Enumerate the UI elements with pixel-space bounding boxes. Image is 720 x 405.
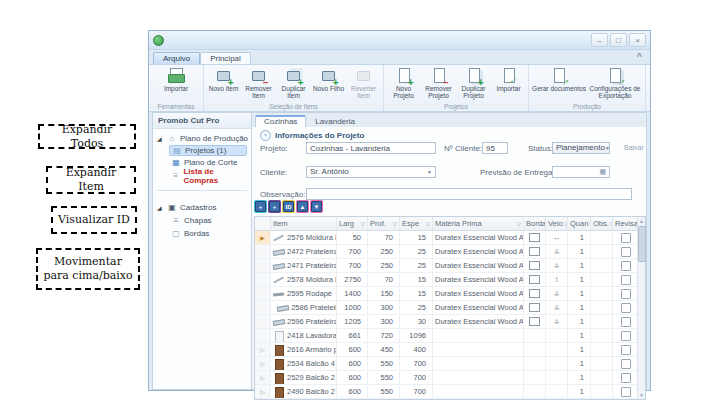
quan-cell[interactable]: 1 [568, 371, 591, 384]
quan-cell[interactable]: 1 [568, 343, 591, 356]
project-remove-button[interactable]: Remover Projeto [421, 66, 456, 102]
export-settings-button[interactable]: Configurações de Exportação [587, 66, 643, 102]
table-row[interactable]: 2471 Prateleira Linear70025025Duratex Es… [255, 259, 645, 273]
cliente-num-input[interactable]: 95 [482, 142, 508, 154]
quan-cell[interactable]: 1 [568, 385, 591, 398]
filter-icon[interactable]: ▽ [516, 221, 521, 227]
veio-cell[interactable]: ↔↕ [546, 245, 568, 258]
materia-prima-cell[interactable] [433, 343, 524, 356]
larg-cell[interactable]: 1205 [337, 315, 368, 328]
revisado-cell[interactable] [613, 287, 639, 300]
item-cell[interactable]: 2578 Moldura Linear [271, 273, 337, 286]
column-header-revisado[interactable]: Revisado▽ [613, 217, 639, 230]
obs-cell[interactable] [591, 245, 613, 258]
generate-documents-button[interactable]: Gerar documentos [531, 66, 587, 102]
tab-arquivo[interactable]: Arquivo [153, 52, 200, 64]
expand-item-button[interactable]: + [268, 200, 281, 213]
project-import-button[interactable]: Importar [491, 66, 526, 102]
revisado-cell[interactable] [613, 371, 639, 384]
prof-cell[interactable]: 720 [368, 329, 400, 342]
obs-cell[interactable] [591, 287, 613, 300]
materia-prima-cell[interactable]: Duratex Essencial Wood As [433, 273, 524, 286]
espe-cell[interactable]: 400 [400, 343, 433, 356]
observacao-input[interactable] [306, 188, 632, 200]
column-header-prof[interactable]: Prof.▽ [368, 217, 400, 230]
item-cell[interactable]: 2490 Balcão 2 Portas [271, 385, 337, 398]
borda-cell[interactable] [524, 357, 546, 370]
table-row[interactable]: 2578 Moldura Linear27507015Duratex Essen… [255, 273, 645, 287]
item-child-add-button[interactable]: Novo Filho [311, 66, 346, 102]
revisado-cell[interactable] [613, 259, 639, 272]
larg-cell[interactable]: 600 [337, 371, 368, 384]
veio-cell[interactable]: ↕ [546, 273, 568, 286]
ribbon-collapse-icon[interactable]: ^ [637, 51, 642, 61]
larg-cell[interactable]: 661 [337, 329, 368, 342]
status-side-label[interactable]: Baixar [624, 144, 644, 151]
item-cell[interactable]: 2595 Rodapé [271, 287, 337, 300]
revisado-cell[interactable] [613, 343, 639, 356]
title-bar[interactable]: – □ × [149, 31, 650, 50]
materia-prima-cell[interactable]: Duratex Essencial Wood As [433, 301, 524, 314]
borda-cell[interactable] [524, 343, 546, 356]
column-header-obs[interactable]: Obs.▽ [591, 217, 613, 230]
veio-cell[interactable]: ↔↕ [546, 259, 568, 272]
obs-cell[interactable] [591, 357, 613, 370]
expand-row-icon[interactable]: ▷ [260, 360, 265, 367]
prof-cell[interactable]: 70 [368, 273, 400, 286]
espe-cell[interactable]: 700 [400, 371, 433, 384]
table-row[interactable]: 2472 Prateleira Linear70025025Duratex Es… [255, 245, 645, 259]
move-up-button[interactable]: ▲ [296, 200, 309, 213]
quan-cell[interactable]: 1 [568, 287, 591, 300]
tree-expander-icon[interactable]: ◢ [157, 135, 164, 142]
tab-cozinhas[interactable]: Cozinhas [255, 115, 306, 127]
revisado-checkbox[interactable] [621, 359, 631, 369]
column-header-borda[interactable]: Borda [524, 217, 546, 230]
expand-row-icon[interactable]: ▷ [260, 374, 265, 381]
borda-cell[interactable] [524, 371, 546, 384]
project-duplicate-button[interactable]: Duplicar Projeto [456, 66, 491, 102]
column-header-larg[interactable]: Larg▽ [337, 217, 368, 230]
column-header-veio[interactable]: Veio▽ [546, 217, 568, 230]
table-row[interactable]: ▶2576 Moldura Linear507015Duratex Essenc… [255, 231, 645, 245]
quan-cell[interactable]: 1 [568, 315, 591, 328]
espe-cell[interactable]: 700 [400, 357, 433, 370]
obs-cell[interactable] [591, 301, 613, 314]
revisado-cell[interactable] [613, 301, 639, 314]
sidebar-item-shopping-list[interactable]: ≡Lista de Compras [169, 169, 247, 182]
maximize-button[interactable]: □ [610, 33, 627, 47]
column-header-espe[interactable]: Espe▽ [400, 217, 433, 230]
espe-cell[interactable]: 30 [400, 315, 433, 328]
table-row[interactable]: 2586 Prateleira Linear100030025Duratex E… [255, 301, 645, 315]
espe-cell[interactable]: 25 [400, 301, 433, 314]
revisado-checkbox[interactable] [621, 373, 631, 383]
borda-cell[interactable] [524, 245, 546, 258]
table-row[interactable]: ▷2490 Balcão 2 Portas6005507001 [255, 385, 645, 399]
item-cell[interactable]: 2529 Balcão 2 Portas [271, 371, 337, 384]
item-remove-button[interactable]: Remover Item [241, 66, 276, 102]
quan-cell[interactable]: 1 [568, 273, 591, 286]
expand-row-icon[interactable]: ▷ [260, 388, 265, 395]
item-duplicate-button[interactable]: Duplicar Item [276, 66, 311, 102]
prof-cell[interactable]: 550 [368, 357, 400, 370]
revisado-checkbox[interactable] [621, 289, 631, 299]
vertical-scrollbar[interactable]: ▲ ▼ [637, 217, 645, 399]
scrollbar-thumb[interactable] [638, 226, 646, 262]
obs-cell[interactable] [591, 329, 613, 342]
borda-cell[interactable] [524, 273, 546, 286]
espe-cell[interactable]: 25 [400, 259, 433, 272]
filter-icon[interactable]: ▽ [425, 221, 430, 227]
obs-cell[interactable] [591, 273, 613, 286]
item-add-button[interactable]: Novo Item [206, 66, 241, 102]
obs-cell[interactable] [591, 385, 613, 398]
materia-prima-cell[interactable] [433, 385, 524, 398]
quan-cell[interactable]: 1 [568, 231, 591, 244]
larg-cell[interactable]: 50 [337, 231, 368, 244]
obs-cell[interactable] [591, 343, 613, 356]
veio-cell[interactable]: ↔↕ [546, 301, 568, 314]
espe-cell[interactable]: 15 [400, 231, 433, 244]
close-button[interactable]: × [629, 33, 646, 47]
materia-prima-cell[interactable]: Duratex Essencial Wood As [433, 245, 524, 258]
column-header-item[interactable]: Item [271, 217, 337, 230]
borda-cell[interactable] [524, 287, 546, 300]
expand-all-button[interactable]: + [254, 200, 267, 213]
